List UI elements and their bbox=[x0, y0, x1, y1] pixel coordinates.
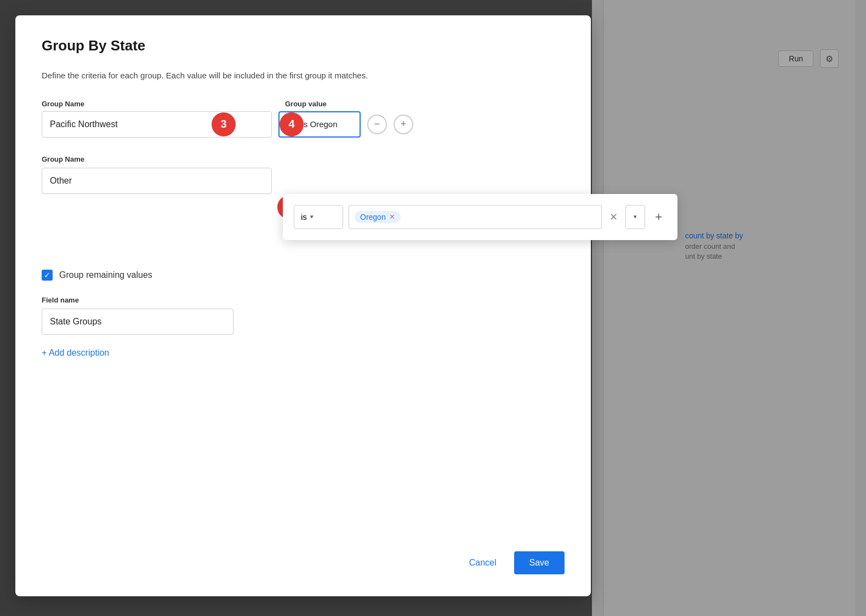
modal-title: Group By State bbox=[42, 37, 565, 54]
save-button[interactable]: Save bbox=[514, 551, 565, 574]
modal-footer: Cancel Save bbox=[460, 551, 565, 574]
operator-chevron-icon: ▾ bbox=[310, 213, 314, 220]
condition-dropdown-popup: is ▾ Oregon ✕ ✕ ▾ bbox=[283, 194, 677, 240]
add-value-button[interactable]: + bbox=[651, 208, 666, 226]
value-chip-container[interactable]: Oregon ✕ bbox=[349, 205, 602, 229]
clear-values-button[interactable]: ✕ bbox=[607, 209, 620, 225]
group-row-2-wrap: 5 is ▾ Oregon ✕ bbox=[42, 168, 565, 194]
group-remaining-row: ✓ Group remaining values bbox=[42, 270, 565, 281]
field-name-input[interactable] bbox=[42, 309, 233, 335]
modal-description: Define the criteria for each group. Each… bbox=[42, 70, 565, 82]
group-name-label-1: Group Name bbox=[42, 100, 278, 108]
cancel-button[interactable]: Cancel bbox=[460, 552, 505, 573]
group1-name-input[interactable] bbox=[42, 111, 272, 138]
oregon-chip: Oregon ✕ bbox=[355, 211, 401, 223]
chip-value-text: Oregon bbox=[360, 213, 386, 221]
check-icon: ✓ bbox=[44, 271, 50, 279]
modal-overlay: Group By State Define the criteria for e… bbox=[0, 0, 866, 616]
remove-condition-button[interactable]: − bbox=[367, 115, 387, 134]
group-remaining-label: Group remaining values bbox=[59, 270, 152, 280]
values-dropdown-button[interactable]: ▾ bbox=[625, 205, 645, 229]
step-badge-3: 3 bbox=[212, 112, 236, 136]
group-name-label-2: Group Name bbox=[42, 155, 565, 163]
group-value-label: Group value bbox=[285, 100, 327, 108]
dropdown-row: is ▾ Oregon ✕ ✕ ▾ bbox=[294, 205, 666, 229]
values-chevron-icon: ▾ bbox=[634, 213, 637, 220]
field-name-label: Field name bbox=[42, 296, 565, 304]
add-description-link[interactable]: + Add description bbox=[42, 348, 109, 358]
step-badge-4: 4 bbox=[280, 112, 304, 136]
operator-select[interactable]: is ▾ bbox=[294, 205, 343, 229]
field-name-section: Field name bbox=[42, 296, 565, 335]
modal-dialog: Group By State Define the criteria for e… bbox=[15, 15, 591, 596]
group2-name-input[interactable] bbox=[42, 168, 272, 194]
group-remaining-checkbox[interactable]: ✓ bbox=[42, 270, 53, 281]
operator-label: is bbox=[301, 212, 307, 221]
add-condition-button[interactable]: + bbox=[394, 115, 413, 134]
group-row-2-inputs bbox=[42, 168, 565, 194]
chip-remove-icon[interactable]: ✕ bbox=[389, 213, 395, 221]
